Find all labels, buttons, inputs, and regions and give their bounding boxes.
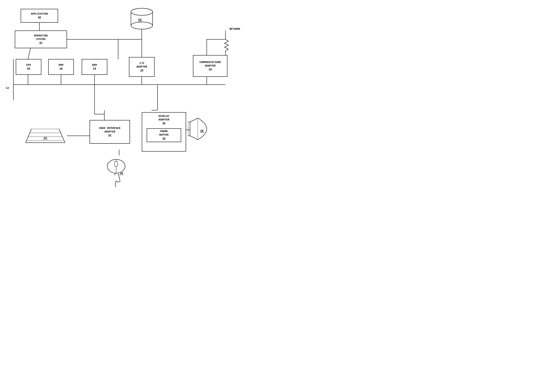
block-diagram: APPLICATION 40 OPERATINGSYSTEM 41 CPU 10… [0,0,266,196]
svg-point-31 [131,22,153,29]
storage-cylinder: 20 [130,8,154,33]
io-adapter-box: I/OADAPTER 18 [129,57,155,77]
bus-label: 12 [6,87,9,89]
svg-rect-44 [115,161,118,166]
svg-point-32 [131,8,153,15]
application-box: APPLICATION 40 [21,9,58,23]
rom-box: ROM 16 [48,59,74,75]
frame-buffer-box: FRAMEBUFFER 39 [147,128,181,142]
operating-system-box: OPERATINGSYSTEM 41 [15,31,67,48]
ram-box: RAM 14 [82,59,107,75]
svg-text:24: 24 [44,137,47,140]
mouse-device: 26 [104,155,128,175]
display-adapter-box: DISPLAYADAPTER 36 FRAMEBUFFER 39 [142,112,186,152]
svg-text:38: 38 [200,130,204,133]
network-label: NETWORK [229,28,240,31]
comm-adapter-box: COMMUNICATIONSADAPTER 34 [193,55,227,77]
cpu-box: CPU 10 [16,59,41,75]
user-interface-adapter-box: USER INTERFACEADAPTER 22 [90,120,130,144]
svg-line-7 [28,48,31,59]
svg-text:26: 26 [120,172,123,175]
keyboard-device: 24 [26,129,65,145]
monitor-device: 38 [188,116,217,146]
svg-text:20: 20 [138,18,142,21]
